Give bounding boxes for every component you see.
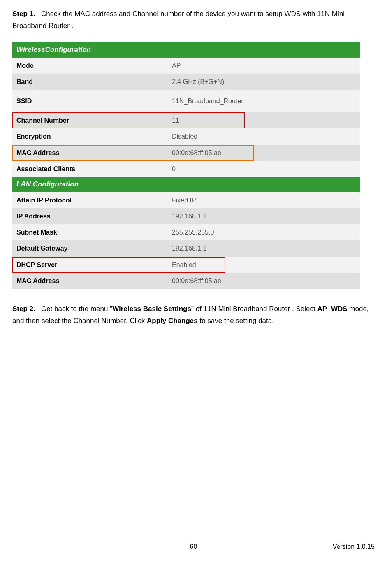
row-lan-mac: MAC Address 00:0e:68:ff:05:ae (12, 273, 360, 289)
row-gateway: Default Gateway 192.168.1.1 (12, 240, 360, 256)
page-number: 60 (12, 541, 375, 552)
value-clients: 0 (168, 161, 360, 177)
step1-text: Step 1. Check the MAC address and Channe… (12, 8, 375, 32)
config-table-wrap: WirelessConfiguration Mode AP Band 2.4 G… (12, 42, 375, 289)
label-lan-mac: MAC Address (12, 273, 168, 289)
row-ssid: SSID 11N_Broadband_Router (12, 90, 360, 112)
version-text: Version 1.0.15 (333, 541, 375, 552)
label-subnet: Subnet Mask (12, 224, 168, 240)
step2-text: Step 2. Get back to the menu "Wireless B… (12, 303, 375, 327)
label-dhcp: DHCP Server (12, 257, 168, 273)
row-ip: IP Address 192.168.1.1 (12, 208, 360, 224)
value-attain: Fixed IP (168, 192, 360, 208)
step1-label: Step 1. (12, 10, 35, 18)
value-encryption: Disabled (168, 128, 360, 144)
row-mac: MAC Address 00:0e:68:ff:05:ae (12, 145, 360, 161)
row-dhcp: DHCP Server Enabled (12, 257, 360, 273)
step2-pre: Get back to the menu " (41, 305, 112, 313)
wireless-header-row: WirelessConfiguration (12, 42, 360, 58)
step2-label: Step 2. (12, 305, 35, 313)
label-ssid: SSID (12, 90, 168, 112)
label-clients: Associated Clients (12, 161, 168, 177)
value-dhcp: Enabled (168, 257, 360, 273)
label-attain: Attain IP Protocol (12, 192, 168, 208)
step2-post: to save the setting data. (198, 317, 274, 325)
lan-header: LAN Configuration (12, 177, 360, 192)
step2-bold3: Apply Changes (147, 317, 198, 325)
step2-bold2: AP+WDS (317, 305, 347, 313)
value-subnet: 255.255.255.0 (168, 224, 360, 240)
value-mac: 00:0e:68:ff:05:ae (168, 145, 360, 161)
value-band: 2.4 GHz (B+G+N) (168, 74, 360, 90)
label-channel: Channel Number (12, 112, 168, 128)
value-channel: 11 (168, 112, 360, 128)
config-table: WirelessConfiguration Mode AP Band 2.4 G… (12, 42, 360, 289)
value-ssid: 11N_Broadband_Router (168, 90, 360, 112)
page-footer: 60 Version 1.0.15 (12, 541, 375, 552)
value-ip: 192.168.1.1 (168, 208, 360, 224)
row-subnet: Subnet Mask 255.255.255.0 (12, 224, 360, 240)
value-mode: AP (168, 58, 360, 74)
label-encryption: Encryption (12, 128, 168, 144)
row-channel: Channel Number 11 (12, 112, 360, 128)
row-mode: Mode AP (12, 58, 360, 74)
lan-header-row: LAN Configuration (12, 177, 360, 192)
wireless-header: WirelessConfiguration (12, 42, 360, 58)
label-gateway: Default Gateway (12, 240, 168, 256)
label-band: Band (12, 74, 168, 90)
step2-mid1: " of 11N Mini Broadband Router . Select (191, 305, 317, 313)
row-attain: Attain IP Protocol Fixed IP (12, 192, 360, 208)
value-gateway: 192.168.1.1 (168, 240, 360, 256)
label-mac: MAC Address (12, 145, 168, 161)
step2-bold1: Wireless Basic Settings (112, 305, 191, 313)
label-mode: Mode (12, 58, 168, 74)
row-band: Band 2.4 GHz (B+G+N) (12, 74, 360, 90)
value-lan-mac: 00:0e:68:ff:05:ae (168, 273, 360, 289)
row-encryption: Encryption Disabled (12, 128, 360, 144)
label-ip: IP Address (12, 208, 168, 224)
row-clients: Associated Clients 0 (12, 161, 360, 177)
step1-body: Check the MAC address and Channel number… (12, 10, 345, 30)
